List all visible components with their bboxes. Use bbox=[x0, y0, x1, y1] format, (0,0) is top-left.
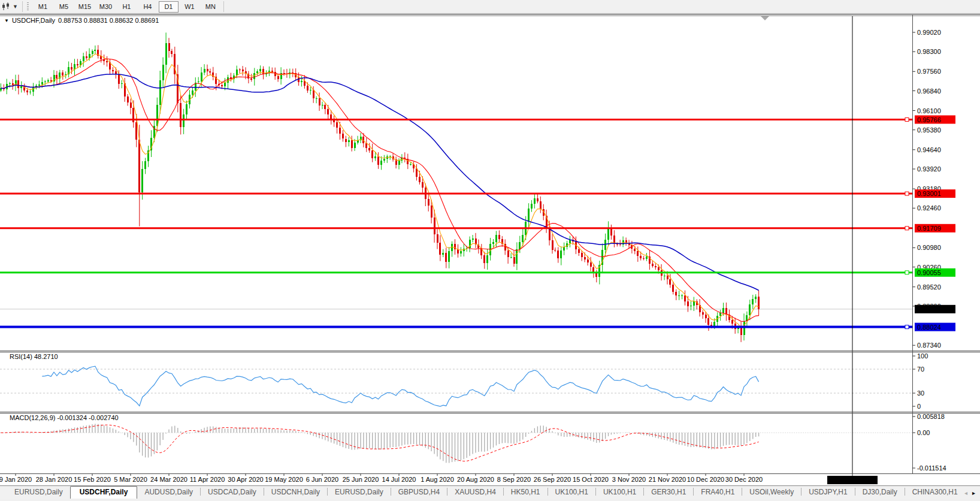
vline-date-label: 2021.02.22 0:00 bbox=[828, 476, 876, 484]
timeframe-button-M15[interactable]: M15 bbox=[75, 1, 95, 13]
chart-tabs: EURUSD,DailyUSDCHF,DailyAUDUSD,DailyUSDC… bbox=[7, 486, 962, 499]
timeframe-button-M30[interactable]: M30 bbox=[96, 1, 116, 13]
price-tick-label: 0.99020 bbox=[917, 29, 941, 36]
time-tick-label: 20 Aug 2020 bbox=[457, 476, 494, 483]
price-tick-label: 0.94640 bbox=[917, 146, 941, 153]
price-tick-label: 0.98300 bbox=[917, 48, 941, 55]
toolbar-separator bbox=[223, 1, 224, 12]
tab-scroll-arrows: ◂ ▸ bbox=[962, 490, 980, 499]
time-tick-label: 21 Nov 2020 bbox=[649, 476, 686, 483]
chart-tab-usdchf-daily[interactable]: USDCHF,Daily bbox=[70, 486, 138, 499]
time-tick-label: 15 Feb 2020 bbox=[74, 476, 111, 483]
tab-scroll-right-icon[interactable]: ▸ bbox=[972, 490, 975, 496]
price-line-label: 0.91709 bbox=[917, 225, 941, 232]
time-tick-label: 19 May 2020 bbox=[265, 476, 303, 483]
macd-indicator-label: MACD(12,26,9) -0.001324 -0.002740 bbox=[10, 414, 119, 421]
chart-tab-uk100-h1[interactable]: UK100,H1 bbox=[596, 487, 643, 499]
price-line-label: 0.95766 bbox=[917, 116, 941, 123]
price-line-label: 0.90055 bbox=[917, 269, 941, 276]
chart-tab-uk100-h1[interactable]: UK100,H1 bbox=[548, 487, 595, 499]
chart-tab-usdjpy-h1[interactable]: USDJPY,H1 bbox=[801, 487, 854, 499]
chart-tab-dj30-daily[interactable]: DJ30,Daily bbox=[855, 487, 905, 499]
time-tick-label: 8 Sep 2020 bbox=[497, 476, 531, 483]
price-tick-label: 0.90980 bbox=[917, 244, 941, 251]
chart-canvas[interactable]: 0.990200.983000.975600.968400.961000.953… bbox=[0, 14, 980, 485]
price-tick-label: 0.96100 bbox=[917, 107, 941, 114]
price-line-label: 0.93001 bbox=[917, 190, 941, 197]
price-tick-label: 0.87340 bbox=[917, 342, 941, 349]
hline-handle[interactable] bbox=[905, 118, 909, 122]
rsi-axis-label: 100 bbox=[917, 352, 928, 360]
chart-symbol-period: USDCHF,Daily bbox=[12, 17, 55, 24]
time-tick-label: 26 Sep 2020 bbox=[534, 476, 571, 483]
chart-tab-audusd-daily[interactable]: AUDUSD,Daily bbox=[137, 487, 200, 499]
macd-axis-label: -0.011514 bbox=[917, 464, 946, 472]
time-tick-label: 30 Dec 2020 bbox=[725, 476, 763, 483]
time-tick-label: 25 Jun 2020 bbox=[343, 476, 379, 483]
chart-tab-xauusd-h4[interactable]: XAUUSD,H4 bbox=[447, 487, 503, 499]
chart-tab-fra40-h1[interactable]: FRA40,H1 bbox=[694, 487, 742, 499]
timeframe-button-MN[interactable]: MN bbox=[201, 1, 220, 13]
collapse-chart-icon[interactable]: ▼ bbox=[4, 18, 9, 23]
chart-tab-usdcad-daily[interactable]: USDCAD,Daily bbox=[201, 487, 264, 499]
time-tick-label: 5 Mar 2020 bbox=[114, 476, 147, 483]
price-tick-label: 0.97560 bbox=[917, 68, 941, 75]
rsi-axis-label: 0 bbox=[917, 403, 921, 410]
rsi-axis-label: 70 bbox=[917, 366, 924, 373]
chart-tab-eurusd-daily[interactable]: EURUSD,Daily bbox=[328, 487, 391, 499]
hline-handle[interactable] bbox=[905, 227, 909, 230]
chart-tab-gbpusd-h4[interactable]: GBPUSD,H4 bbox=[391, 487, 447, 499]
chart-tab-usdcnh-daily[interactable]: USDCNH,Daily bbox=[264, 487, 327, 499]
toolbar-grip[interactable] bbox=[27, 2, 29, 11]
chart-tab-eurusd-daily[interactable]: EURUSD,Daily bbox=[7, 487, 70, 499]
chart-tab-china300-h1[interactable]: CHINA300,H1 bbox=[905, 487, 962, 499]
timeframe-button-M5[interactable]: M5 bbox=[54, 1, 74, 13]
time-tick-label: 6 Jun 2020 bbox=[306, 476, 338, 483]
time-tick-label: 14 Jul 2020 bbox=[382, 476, 416, 483]
price-tick-label: 0.93920 bbox=[917, 165, 941, 173]
hline-handle[interactable] bbox=[905, 271, 909, 274]
rsi-axis-label: 30 bbox=[917, 390, 924, 397]
time-tick-label: 11 Apr 2020 bbox=[190, 476, 225, 483]
time-tick-label: 15 Oct 2020 bbox=[573, 476, 609, 483]
time-tick-label: 10 Dec 2020 bbox=[687, 476, 724, 483]
price-tick-label: 0.96840 bbox=[917, 87, 941, 95]
chart-tab-hk50-h1[interactable]: HK50,H1 bbox=[504, 487, 548, 499]
chart-tab-ger30-h1[interactable]: GER30,H1 bbox=[644, 487, 693, 499]
time-tick-label: 1 Aug 2020 bbox=[421, 476, 454, 483]
price-tick-label: 0.95380 bbox=[917, 126, 941, 134]
toolbar-separator bbox=[22, 1, 23, 12]
chart-window-title: ▼ USDCHF,Daily 0.88753 0.88831 0.88632 0… bbox=[4, 17, 159, 24]
hline-handle[interactable] bbox=[905, 192, 909, 195]
time-tick-label: 30 Apr 2020 bbox=[228, 476, 263, 483]
price-tick-label: 0.92460 bbox=[917, 204, 941, 212]
timeframe-button-D1[interactable]: D1 bbox=[159, 1, 179, 13]
rsi-indicator-label: RSI(14) 48.2710 bbox=[10, 353, 58, 360]
tab-scroll-left-icon[interactable]: ◂ bbox=[964, 490, 967, 496]
timeframe-button-H4[interactable]: H4 bbox=[138, 1, 158, 13]
timeframe-button-M1[interactable]: M1 bbox=[33, 1, 53, 13]
time-tick-label: 28 Jan 2020 bbox=[36, 476, 72, 483]
time-tick-label: 3 Nov 2020 bbox=[612, 476, 646, 483]
time-tick-label: 24 Mar 2020 bbox=[150, 476, 187, 483]
hline-handle[interactable] bbox=[905, 325, 909, 329]
price-tick-label: 0.89520 bbox=[917, 283, 941, 291]
macd-axis-label: 0.005818 bbox=[917, 413, 945, 420]
price-line-label: 0.88024 bbox=[917, 324, 941, 331]
timeframe-buttons: M1M5M15M30H1H4D1W1MN bbox=[32, 1, 221, 13]
chart-ohlc-values: 0.88753 0.88831 0.88632 0.88691 bbox=[58, 17, 159, 24]
chart-tab-bar: EURUSD,DailyUSDCHF,DailyAUDUSD,DailyUSDC… bbox=[0, 485, 980, 499]
timeframe-button-W1[interactable]: W1 bbox=[180, 1, 199, 13]
timeframe-toolbar: ▼ M1M5M15M30H1H4D1W1MN bbox=[0, 0, 980, 14]
timeframe-button-H1[interactable]: H1 bbox=[117, 1, 137, 13]
macd-axis-label: 0.00 bbox=[917, 429, 930, 436]
price-line-label: 0.88691 bbox=[917, 306, 941, 313]
charts-toolbar-icon[interactable] bbox=[1, 2, 12, 11]
time-tick-label: 9 Jan 2020 bbox=[0, 476, 32, 483]
chart-tab-usoil-weekly[interactable]: USOil,Weekly bbox=[742, 487, 801, 499]
chevron-down-icon[interactable]: ▼ bbox=[13, 4, 18, 10]
